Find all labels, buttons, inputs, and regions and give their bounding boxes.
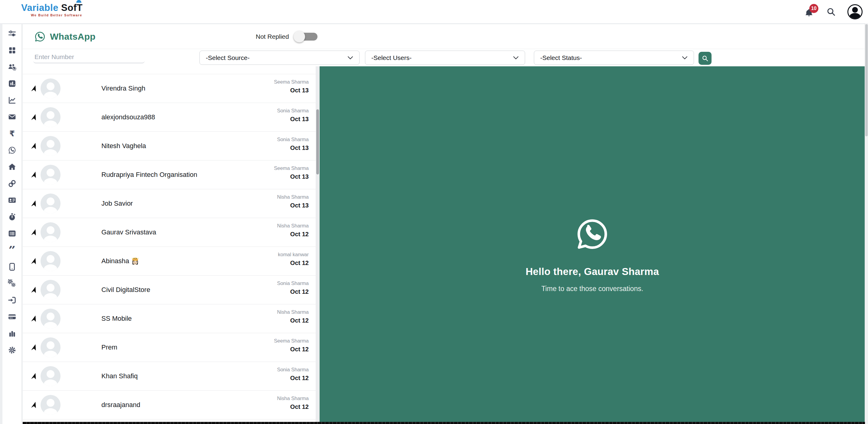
scrollbar-thumb[interactable] — [316, 109, 319, 174]
avatar — [40, 395, 61, 415]
assigned-user: Sonia Sharma — [277, 280, 309, 286]
id-card-icon[interactable] — [8, 196, 17, 204]
chat-meta: Sonia Sharma Oct 12 — [277, 280, 309, 295]
list-item[interactable]: Abinasha 👸🏻 komal kanwar Oct 12 — [23, 247, 319, 276]
send-arrow-icon — [30, 257, 37, 265]
scrollbar-thumb[interactable] — [865, 24, 868, 136]
chat-date: Oct 12 — [274, 346, 309, 353]
global-search-button[interactable] — [826, 7, 836, 17]
toggle-knob[interactable] — [293, 31, 305, 43]
number-search-input[interactable] — [33, 51, 145, 63]
bar-chart-icon[interactable] — [8, 329, 17, 338]
link-icon[interactable] — [8, 179, 17, 188]
scrolled-row-remnant — [23, 66, 319, 74]
team-settings-icon[interactable] — [8, 63, 17, 71]
user-avatar[interactable] — [847, 4, 863, 19]
avatar — [40, 309, 61, 329]
page-scrollbar[interactable] — [865, 23, 868, 424]
gears-icon[interactable] — [8, 279, 17, 288]
mail-icon[interactable] — [8, 113, 17, 121]
list-item[interactable]: Virendra Singh Seema Sharma Oct 13 — [23, 74, 319, 103]
filter-search-button[interactable] — [699, 52, 712, 65]
chat-date: Oct 12 — [277, 317, 309, 324]
list-item[interactable]: Prem Seema Sharma Oct 12 — [23, 333, 319, 362]
chat-meta: Sonia Sharma Oct 13 — [277, 108, 309, 123]
module-header: WhatsApp Not Replied — [23, 24, 865, 49]
list-item[interactable]: Civil DigitalStore Sonia Sharma Oct 12 — [23, 276, 319, 304]
chat-date: Oct 13 — [274, 87, 309, 94]
chevron-down-icon — [513, 56, 519, 60]
chat-list-scrollbar[interactable] — [316, 66, 319, 424]
list-item[interactable]: Job Savior Nisha Sharma Oct 13 — [23, 189, 319, 218]
chat-meta: komal kanwar Oct 12 — [278, 252, 309, 266]
avatar — [40, 280, 61, 300]
top-navbar: Variable SofT We Build Better Software 1… — [0, 0, 868, 24]
send-arrow-icon — [30, 344, 37, 351]
search-icon — [826, 7, 836, 17]
contact-name: Prem — [101, 343, 117, 351]
chat-meta: Nisha Sharma Oct 12 — [277, 309, 309, 324]
contact-name: drsraajanand — [101, 401, 140, 409]
home-icon[interactable] — [8, 163, 17, 171]
contact-name: Virendra Singh — [101, 85, 145, 92]
avatar — [40, 337, 61, 357]
sidebar-icon-rail: ₹ ” — [2, 24, 22, 424]
list-icon[interactable] — [8, 229, 17, 238]
assigned-user: Seema Sharma — [274, 338, 309, 344]
brand-tagline: We Build Better Software — [31, 13, 83, 17]
list-item[interactable]: alexjondsouza988 Sonia Sharma Oct 13 — [23, 103, 319, 132]
chat-date: Oct 13 — [277, 202, 309, 209]
list-item[interactable]: SS Mobile Nisha Sharma Oct 12 — [23, 304, 319, 333]
contact-name: Khan Shafiq — [101, 372, 138, 380]
contact-name: Abinasha 👸🏻 — [101, 257, 139, 265]
assigned-user: Sonia Sharma — [277, 108, 309, 114]
avatar — [40, 79, 61, 98]
rupee-icon[interactable]: ₹ — [8, 129, 17, 138]
avatar — [40, 194, 61, 214]
not-replied-label: Not Replied — [256, 33, 289, 40]
assigned-user: Sonia Sharma — [277, 137, 309, 142]
list-item[interactable]: Rudrapriya Fintech Organisation Seema Sh… — [23, 161, 319, 189]
welcome-subtitle: Time to ace those conversations. — [541, 285, 644, 293]
filter-bar: -Select Source- -Select Users- -Select S… — [23, 49, 865, 67]
avatar — [40, 136, 61, 156]
chat-date: Oct 13 — [277, 144, 309, 151]
status-select[interactable]: -Select Status- — [534, 51, 694, 65]
list-item[interactable]: Nitesh Vaghela Sonia Sharma Oct 13 — [23, 132, 319, 161]
not-replied-toggle[interactable] — [294, 33, 317, 40]
chat-date: Oct 12 — [277, 288, 309, 295]
list-item[interactable]: Khan Shafiq Sonia Sharma Oct 12 — [23, 362, 319, 391]
chat-meta: Seema Sharma Oct 13 — [274, 79, 309, 94]
sign-in-icon[interactable] — [8, 296, 17, 304]
assigned-user: Nisha Sharma — [277, 396, 309, 401]
mobile-icon[interactable] — [8, 262, 17, 271]
list-item[interactable]: drsraajanand Nisha Sharma Oct 12 — [23, 391, 319, 420]
sliders-icon[interactable] — [8, 29, 17, 38]
avatar — [40, 107, 61, 127]
chat-list: Virendra Singh Seema Sharma Oct 13 alexj… — [23, 66, 319, 424]
brand-logo: Variable SofT We Build Better Software — [21, 3, 83, 17]
chat-date: Oct 12 — [278, 259, 309, 266]
notifications-button[interactable]: 10 — [804, 6, 815, 18]
chart-box-icon[interactable] — [8, 79, 17, 88]
quotes-icon[interactable]: ” — [8, 246, 17, 254]
contact-name: Gaurav Srivastava — [101, 228, 156, 236]
line-chart-icon[interactable] — [8, 96, 17, 105]
dashboard-grid-icon[interactable] — [8, 46, 17, 55]
assigned-user: Seema Sharma — [274, 79, 309, 85]
settings-gear-icon[interactable] — [8, 346, 17, 354]
users-select[interactable]: -Select Users- — [365, 51, 525, 65]
credit-card-icon[interactable] — [8, 313, 17, 321]
chat-meta: Seema Sharma Oct 12 — [274, 338, 309, 353]
stopwatch-icon[interactable] — [8, 213, 17, 221]
send-arrow-icon — [30, 85, 37, 92]
list-item[interactable]: Gaurav Srivastava Nisha Sharma Oct 12 — [23, 218, 319, 247]
contact-name: Rudrapriya Fintech Organisation — [101, 171, 197, 179]
bottom-window-edge — [23, 422, 865, 424]
source-select[interactable]: -Select Source- — [199, 51, 360, 65]
whatsapp-icon[interactable] — [8, 146, 17, 154]
assigned-user: Nisha Sharma — [277, 223, 309, 229]
chat-date: Oct 12 — [277, 403, 309, 411]
chat-meta: Seema Sharma Oct 13 — [274, 165, 309, 180]
contact-name: Nitesh Vaghela — [101, 142, 146, 150]
